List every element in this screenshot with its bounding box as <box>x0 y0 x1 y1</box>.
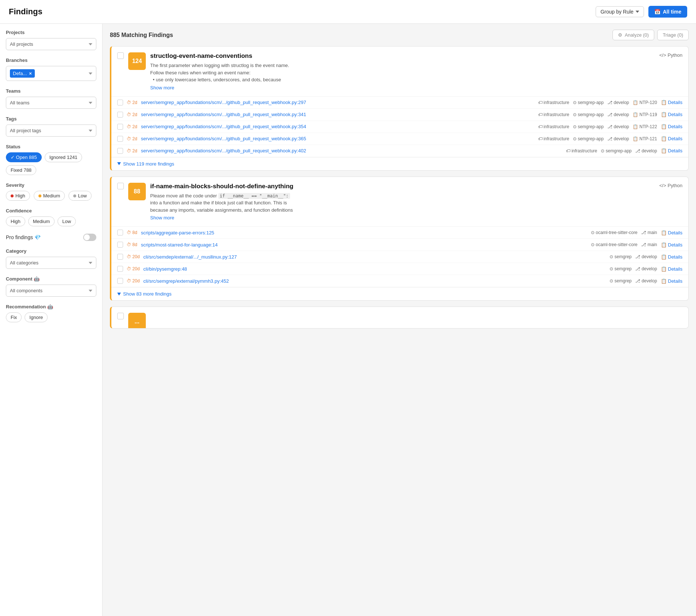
finding-checkbox[interactable] <box>117 230 123 235</box>
severity-group: High Medium Low <box>6 191 96 201</box>
rec-fix[interactable]: Fix <box>6 312 22 322</box>
projects-section: Projects All projects <box>6 30 96 50</box>
details-button[interactable]: 📋 Details <box>661 242 682 248</box>
details-button[interactable]: 📋 Details <box>661 124 682 129</box>
finding-checkbox[interactable] <box>117 124 123 130</box>
severity-label: Severity <box>6 182 96 188</box>
pro-findings-label: Pro findings 💎 <box>6 234 41 240</box>
finding-meta: ⊙ semgrep ⎇ develop <box>610 278 657 283</box>
branch-label: ⎇ develop <box>607 136 629 141</box>
details-button[interactable]: 📋 Details <box>661 266 682 272</box>
finding-checkbox[interactable] <box>117 136 123 142</box>
show-more-findings-1[interactable]: Show 119 more findings <box>111 157 688 170</box>
repo-label: ⊙ semgrep <box>610 266 632 271</box>
severity-high[interactable]: High <box>6 191 30 201</box>
analyze-button[interactable]: ⚙ Analyze (0) <box>612 30 654 40</box>
details-button[interactable]: 📋 Details <box>661 148 682 153</box>
show-more-findings-2[interactable]: Show 83 more findings <box>111 287 688 300</box>
finding-row: ⏱ 2d server/semgrep_app/foundations/scm/… <box>111 121 688 133</box>
finding-row: ⏱ 2d server/semgrep_app/foundations/scm/… <box>111 109 688 121</box>
rule-group-2-checkbox[interactable] <box>117 183 124 189</box>
tag-label: 🏷 infrastructure <box>538 112 569 117</box>
details-button[interactable]: 📋 Details <box>661 230 682 235</box>
rule-group-1-checkbox[interactable] <box>117 52 124 59</box>
finding-checkbox[interactable] <box>117 266 123 272</box>
ticket-label: 📋 NTP-122 <box>633 124 657 129</box>
rule-group-1: 124 structlog-event-name-conventions The… <box>110 46 689 171</box>
pro-findings-toggle[interactable] <box>83 234 96 241</box>
finding-path[interactable]: scripts/most-starred-for-language:14 <box>141 242 587 248</box>
finding-checkbox[interactable] <box>117 242 123 248</box>
finding-checkbox[interactable] <box>117 112 123 118</box>
details-button[interactable]: 📋 Details <box>661 278 682 284</box>
confidence-section: Confidence High Medium Low <box>6 208 96 226</box>
tags-select[interactable]: All project tags <box>6 125 96 137</box>
chevron-down-icon <box>636 11 639 13</box>
confidence-high[interactable]: High <box>6 216 25 226</box>
finding-checkbox[interactable] <box>117 148 123 154</box>
all-time-button[interactable]: 📅 All time <box>648 6 687 18</box>
details-button[interactable]: 📋 Details <box>661 112 682 117</box>
teams-select[interactable]: All teams <box>6 97 96 109</box>
finding-path[interactable]: server/semgrep_app/foundations/scm/.../g… <box>141 124 534 129</box>
finding-path[interactable]: server/semgrep_app/foundations/scm/.../g… <box>141 136 534 141</box>
status-ignored[interactable]: Ignored 1241 <box>45 152 82 162</box>
finding-path[interactable]: cli/src/semdep/external/.../_musllinux.p… <box>143 254 606 260</box>
branch-selector[interactable]: Defa... × <box>6 66 96 81</box>
group-by-select[interactable]: Group by Rule <box>596 6 644 17</box>
projects-select[interactable]: All projects <box>6 38 96 50</box>
confidence-low[interactable]: Low <box>58 216 76 226</box>
finding-checkbox[interactable] <box>117 278 123 284</box>
recommendation-section: Recommendation 🤖 Fix Ignore <box>6 304 96 322</box>
severity-low[interactable]: Low <box>69 191 92 201</box>
status-section: Status ✓ Open 885 Ignored 1241 Fixed 788 <box>6 144 96 175</box>
finding-checkbox[interactable] <box>117 100 123 105</box>
branch-label: ⎇ develop <box>607 112 629 117</box>
confidence-label: Confidence <box>6 208 96 214</box>
group-by-label: Group by Rule <box>600 9 633 15</box>
finding-meta: ⊙ ocaml-tree-sitter-core ⎇ main <box>591 242 657 247</box>
branch-label: ⎇ main <box>641 242 657 247</box>
category-select[interactable]: All categories <box>6 257 96 269</box>
finding-age: ⏱ 8d <box>127 242 137 247</box>
finding-age: ⏱ 2d <box>127 124 137 129</box>
robot-icon: 🤖 <box>34 276 40 282</box>
triage-button[interactable]: Triage (0) <box>657 30 689 40</box>
branches-section: Branches Defa... × <box>6 57 96 81</box>
finding-path[interactable]: scripts/aggregate-parse-errors:125 <box>141 230 587 235</box>
details-button[interactable]: 📋 Details <box>661 136 682 141</box>
finding-age: ⏱ 20d <box>127 254 140 259</box>
teams-section: Teams All teams <box>6 88 96 109</box>
finding-meta: ⊙ ocaml-tree-sitter-core ⎇ main <box>591 230 657 235</box>
finding-checkbox[interactable] <box>117 254 123 260</box>
finding-row: ⏱ 20d cli/bin/pysemgrep:48 ⊙ semgrep ⎇ d… <box>111 263 688 275</box>
medium-dot <box>38 194 41 197</box>
rec-ignore[interactable]: Ignore <box>25 312 48 322</box>
triangle-icon <box>117 293 121 296</box>
finding-age: ⏱ 2d <box>127 100 137 105</box>
header-controls: Group by Rule 📅 All time <box>596 6 687 18</box>
confidence-medium[interactable]: Medium <box>28 216 55 226</box>
branch-label: ⎇ develop <box>607 100 629 105</box>
status-open[interactable]: ✓ Open 885 <box>6 152 42 162</box>
rule-group-3-checkbox[interactable] <box>117 313 124 319</box>
finding-path[interactable]: server/semgrep_app/foundations/scm/.../g… <box>141 100 534 105</box>
details-button[interactable]: 📋 Details <box>661 100 682 105</box>
finding-age: ⏱ 2d <box>127 136 137 141</box>
confidence-group: High Medium Low <box>6 216 96 226</box>
details-button[interactable]: 📋 Details <box>661 254 682 260</box>
severity-medium[interactable]: Medium <box>34 191 65 201</box>
category-label: Category <box>6 248 96 254</box>
finding-path[interactable]: server/semgrep_app/foundations/scm/.../g… <box>141 112 534 117</box>
finding-path[interactable]: cli/src/semgrep/external/pymmh3.py:452 <box>143 278 606 284</box>
rule-group-1-show-more[interactable]: Show more <box>150 85 174 90</box>
rule-group-1-count: 124 <box>128 52 146 70</box>
status-fixed[interactable]: Fixed 788 <box>6 165 36 175</box>
branch-tag-close[interactable]: × <box>29 71 32 76</box>
component-select[interactable]: All components <box>6 285 96 297</box>
rule-group-2-show-more[interactable]: Show more <box>150 215 174 220</box>
finding-path[interactable]: server/semgrep_app/foundations/scm/.../g… <box>141 148 562 153</box>
tag-label: 🏷 infrastructure <box>538 124 569 129</box>
rule-group-2-lang: </> Python <box>659 183 682 188</box>
finding-path[interactable]: cli/bin/pysemgrep:48 <box>143 266 606 272</box>
